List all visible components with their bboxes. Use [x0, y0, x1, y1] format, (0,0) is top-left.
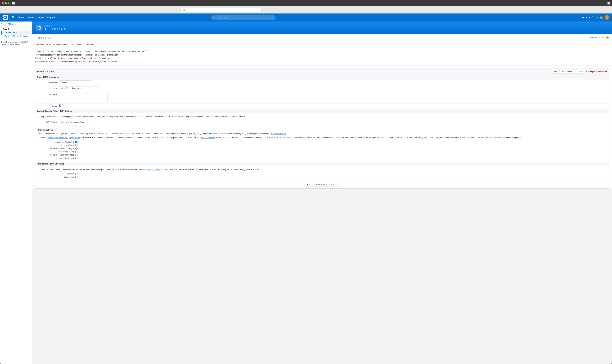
browser-back-button[interactable]: ‹ [2, 8, 4, 12]
form-section-header-info: Trusted URL Information [35, 75, 609, 79]
description-textarea[interactable] [59, 92, 108, 102]
bottom-save-button[interactable]: Save [305, 183, 313, 186]
setup-page-title: Trusted URLs [44, 27, 66, 31]
salesforce-console-link[interactable]: Salesforce Console Integration Toolkit [48, 137, 80, 139]
sidebar-search[interactable]: 🔍 Trusted URLs [0, 22, 32, 26]
browser-more-icon[interactable]: ⋯ [608, 9, 610, 11]
perms-checkbox-microphone[interactable] [75, 176, 77, 178]
directive-row-style-src: style-src (stylesheets) [38, 156, 606, 160]
help-icon[interactable]: ? [592, 16, 594, 19]
directive-checkbox-media-src[interactable] [75, 154, 77, 156]
directive-label-media-src: media-src (audio and video) [40, 154, 75, 156]
sidebar-item-trusted-urls-redirects[interactable]: Trusted URLs for Redirects [1, 35, 31, 38]
description-label: Description [37, 92, 59, 95]
url-input[interactable] [59, 86, 99, 90]
global-search-input[interactable] [211, 15, 276, 20]
browser-url-input[interactable] [181, 8, 262, 12]
help-link[interactable]: Help for this Page ? [590, 37, 609, 39]
directive-checkbox-style-src[interactable] [75, 157, 77, 159]
visualforce-link[interactable]: Visualforce sites [201, 137, 215, 139]
sidebar-item-trusted-urls[interactable]: Trusted URLs [1, 31, 31, 35]
csp-description: To help prevent cross-site scripting (XS… [38, 115, 606, 118]
bottom-cancel-button[interactable]: Cancel [329, 183, 339, 186]
nav-home[interactable]: Home [26, 15, 35, 20]
directive-label-img-src: img-src (images) [40, 151, 75, 153]
directives-intro: Select the directives that Lightning com… [38, 132, 606, 135]
form-row-url: URL [35, 85, 609, 91]
sidebar-toggle-icon[interactable]: ⬜ [12, 2, 15, 4]
directives-section: CSP Directives Select the directives tha… [35, 127, 609, 162]
directive-info-icon-connect[interactable]: ℹ [73, 141, 74, 143]
directive-checkbox-font-src[interactable] [75, 144, 77, 146]
session-settings-link[interactable]: Session Settings [148, 168, 163, 171]
directive-checkbox-frame-src[interactable] [75, 147, 77, 150]
aura-lwr-link[interactable]: Aura or LWR sites [270, 132, 286, 135]
directive-info-icon-frame[interactable]: ℹ [73, 148, 74, 149]
page-title: Trusted URL [35, 36, 50, 39]
edit-panel-actions: Save Save & New Cancel [550, 70, 585, 74]
csp-context-label: CSP Context [40, 121, 59, 123]
edit-panel-right: Save Save & New Cancel ■ = Required Info… [550, 70, 607, 74]
sidebar-help-text: Didn't find what you're looking for? Try… [0, 39, 32, 48]
tabs-icon[interactable]: ⬜ [607, 2, 610, 4]
browser-nav-bar: ‹ › 🔒 ⋯ [0, 6, 612, 13]
permissions-description: To control access to these browser featu… [38, 168, 606, 171]
edit-panel: Trusted URL Edit Save Save & New Cancel … [35, 68, 610, 189]
api-name-input[interactable] [59, 80, 91, 84]
favorites-dropdown-icon[interactable]: ▾ [586, 17, 587, 18]
cancel-button[interactable]: Cancel [575, 70, 585, 74]
directive-label-style-src: style-src (stylesheets) [40, 157, 75, 159]
csp-section-header: Content Security Policy (CSP) Settings [35, 109, 610, 113]
directives-detail: To use the Salesforce Console Integratio… [38, 136, 606, 139]
save-button[interactable]: Save [550, 70, 559, 74]
sf-navigation: ⠿ Setup Home Object Manager ▾ [10, 15, 57, 20]
minimize-button[interactable] [5, 2, 7, 4]
directive-row-font-src: font-src (fonts) [38, 144, 606, 147]
form-row-description: Description [35, 91, 609, 104]
add-icon[interactable]: + [589, 16, 590, 19]
api-name-field [59, 80, 607, 84]
url-field [59, 86, 607, 90]
settings-icon[interactable]: ⚙ [596, 16, 598, 19]
form-row-api-name: API Name [35, 79, 609, 85]
browser-address-bar[interactable]: 🔒 [181, 8, 262, 12]
directive-label-frame-src: frame-src (iframe content) ℹ [40, 147, 75, 150]
setup-page-icon [36, 25, 42, 31]
nav-setup[interactable]: Setup [16, 15, 25, 20]
directive-checkbox-img-src[interactable] [75, 151, 77, 153]
active-checkbox[interactable] [59, 104, 61, 106]
nav-object-manager[interactable]: Object Manager ▾ [36, 15, 57, 20]
perms-checkbox-camera[interactable] [75, 173, 77, 175]
traffic-lights [2, 2, 10, 4]
sf-global-search[interactable]: 🔍 [211, 15, 276, 20]
back-icon[interactable]: ← [597, 2, 599, 4]
nav-app-launcher[interactable]: ⠿ [10, 15, 15, 20]
search-icon: 🔍 [213, 16, 215, 19]
notification-icon[interactable]: 🔔 [600, 16, 603, 19]
save-new-button[interactable]: Save & New [559, 70, 574, 74]
required-info: ■ = Required Information [586, 71, 607, 73]
browser-forward-button[interactable]: › [5, 8, 7, 12]
csp-context-select[interactable]: Lightning Experience Pages Visualforce P… [59, 120, 91, 124]
sidebar: 🔍 Trusted URLs ▾ Security Trusted URLs T… [0, 22, 32, 364]
help-link-text: Help for this Page [590, 37, 606, 39]
favorites-icon[interactable]: ★ [582, 16, 584, 19]
new-tab-icon[interactable]: + [604, 2, 606, 4]
intro-text: Specify the trusted URL information, and… [32, 41, 612, 66]
share-icon[interactable]: ⬆ [601, 2, 603, 4]
edit-panel-title: Trusted URL Edit [37, 70, 54, 73]
chevron-down-icon: ▾ [1, 28, 2, 30]
chevron-down-icon: ▾ [54, 16, 55, 19]
close-button[interactable] [2, 2, 4, 4]
sidebar-section-header-security[interactable]: ▾ Security [1, 27, 31, 31]
user-avatar[interactable]: U [605, 15, 610, 20]
maximize-button[interactable] [8, 2, 10, 4]
directive-row-img-src: img-src (images) [38, 150, 606, 153]
bottom-actions: Save Save & New Cancel [35, 181, 609, 188]
chevron-down-icon[interactable]: ▾ [16, 2, 17, 4]
directive-checkbox-connect-src[interactable] [75, 141, 77, 143]
titlebar: ⬜ ▾ ← ⬆ + ⬜ [0, 0, 612, 6]
window-controls: ⬜ ▾ [12, 2, 17, 4]
bottom-save-new-button[interactable]: Save & New [314, 183, 329, 186]
sf-header-actions: ★ ▾ + ? ⚙ 🔔 U [582, 15, 610, 20]
